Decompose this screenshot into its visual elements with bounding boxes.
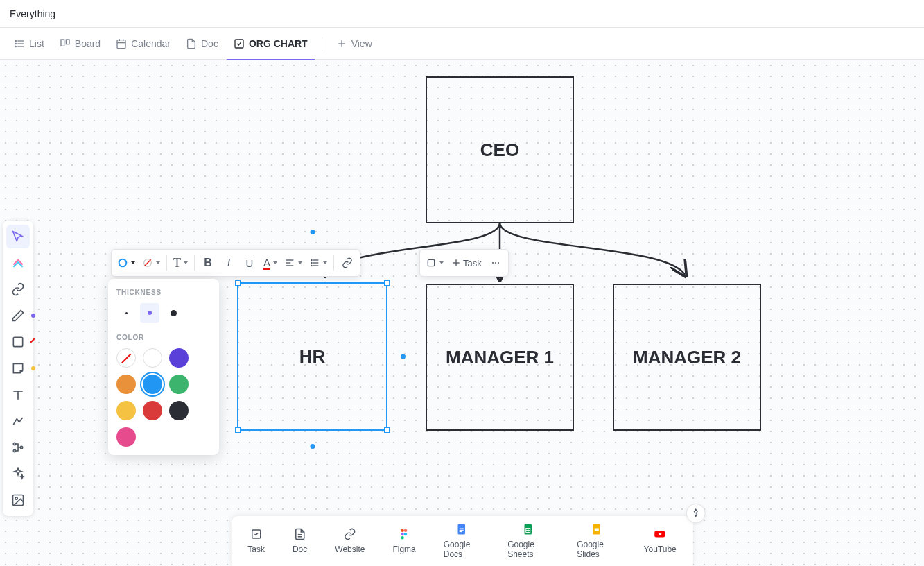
side-toolbox (3, 221, 33, 516)
svg-point-31 (311, 262, 312, 263)
thickness-medium[interactable] (140, 303, 159, 323)
calendar-icon (116, 38, 127, 49)
insert-gsheets[interactable]: Google Sheets (507, 523, 549, 559)
insert-gdocs[interactable]: Google Docs (444, 523, 480, 559)
square-outline-icon (426, 257, 437, 268)
color-picker-panel: THICKNESS COLOR (108, 279, 219, 455)
figma-icon (398, 528, 410, 540)
bullet-icon (309, 257, 320, 268)
border-color-btn[interactable] (114, 252, 138, 274)
insert-task[interactable]: Task (247, 528, 265, 554)
node-mgr1[interactable]: MANAGER 1 (426, 284, 574, 431)
align-btn[interactable] (281, 252, 305, 274)
board-icon (60, 38, 71, 49)
node-ceo[interactable]: CEO (426, 76, 574, 223)
gsheets-icon (522, 523, 534, 535)
more-btn[interactable] (486, 252, 505, 274)
svg-line-25 (144, 259, 150, 266)
color-red[interactable] (143, 401, 162, 420)
breadcrumb-text: Everything (10, 8, 55, 19)
whiteboard-canvas[interactable]: CEO HR MANAGER 1 MANAGER 2 T B I U A Tas… (0, 60, 924, 566)
color-blue[interactable] (143, 375, 162, 394)
link-icon (344, 528, 356, 540)
no-fill-icon (142, 257, 153, 268)
insert-gsheets-label: Google Sheets (507, 540, 549, 559)
tool-connector[interactable] (6, 409, 30, 433)
tab-add-view[interactable]: View (329, 28, 379, 60)
svg-point-47 (404, 533, 408, 536)
color-orange[interactable] (116, 375, 136, 394)
insert-youtube[interactable]: YouTube (644, 528, 677, 554)
svg-point-5 (15, 46, 16, 46)
svg-point-45 (404, 529, 408, 533)
svg-rect-15 (13, 337, 22, 346)
tool-clickup[interactable] (6, 251, 30, 275)
text-color-btn[interactable]: A (261, 252, 280, 274)
underline-btn[interactable]: U (240, 252, 259, 274)
tabs-separator (322, 37, 322, 51)
tab-orgchart[interactable]: ORG CHART (227, 28, 315, 60)
pen-icon (11, 309, 25, 323)
insert-figma[interactable]: Figma (392, 528, 415, 554)
tool-ai[interactable] (6, 462, 30, 486)
color-green[interactable] (169, 375, 189, 394)
tool-relations[interactable] (6, 436, 30, 459)
svg-point-19 (13, 449, 15, 452)
color-purple[interactable] (169, 348, 189, 368)
bullet-btn[interactable] (306, 252, 330, 274)
bold-btn[interactable]: B (198, 252, 218, 274)
tool-shape[interactable] (6, 330, 30, 354)
insert-website-label: Website (335, 544, 365, 554)
shape-type-btn[interactable] (423, 252, 446, 274)
pin-button[interactable] (686, 504, 706, 523)
link-btn[interactable] (338, 252, 357, 274)
tool-sticky[interactable] (6, 357, 30, 380)
tool-pen[interactable] (6, 304, 30, 327)
svg-point-48 (401, 536, 405, 540)
svg-rect-12 (235, 40, 243, 48)
svg-point-40 (498, 262, 499, 264)
fill-color-btn[interactable] (139, 252, 163, 274)
svg-point-4 (15, 43, 16, 44)
svg-rect-49 (458, 524, 466, 535)
insert-figma-label: Figma (392, 544, 415, 554)
tool-link[interactable] (6, 277, 30, 301)
tool-select[interactable] (6, 225, 30, 248)
tab-board[interactable]: Board (53, 28, 107, 60)
text-icon (11, 388, 25, 402)
svg-point-20 (20, 446, 22, 448)
tab-list[interactable]: List (7, 28, 51, 60)
breadcrumb[interactable]: Everything (0, 0, 924, 28)
gdocs-icon (455, 523, 468, 535)
insert-website[interactable]: Website (335, 528, 365, 554)
tab-doc[interactable]: Doc (179, 28, 225, 60)
thickness-thin[interactable] (116, 303, 136, 323)
task-icon (250, 528, 263, 540)
svg-rect-35 (428, 259, 434, 266)
doc-icon (294, 528, 306, 540)
clickup-icon (11, 256, 25, 270)
font-style-btn[interactable]: T (171, 252, 191, 274)
tab-calendar[interactable]: Calendar (109, 28, 177, 60)
tool-image[interactable] (6, 488, 30, 512)
tool-text[interactable] (6, 383, 30, 406)
node-mgr2[interactable]: MANAGER 2 (613, 284, 761, 431)
color-yellow[interactable] (116, 401, 136, 420)
color-label: COLOR (116, 334, 211, 341)
color-pink[interactable] (116, 427, 136, 447)
svg-rect-58 (594, 529, 598, 532)
link-icon (11, 282, 25, 296)
color-none[interactable] (116, 348, 136, 368)
svg-point-38 (492, 262, 494, 264)
node-hr[interactable]: HR (237, 282, 387, 431)
svg-point-29 (311, 259, 312, 260)
insert-doc[interactable]: Doc (293, 528, 307, 554)
color-black[interactable] (169, 401, 189, 420)
svg-point-46 (401, 533, 405, 536)
node-mgr1-label: MANAGER 1 (446, 347, 554, 368)
thickness-thick[interactable] (164, 303, 183, 323)
add-task-btn[interactable]: Task (448, 252, 485, 274)
color-white[interactable] (143, 348, 162, 368)
insert-gslides[interactable]: Google Slides (577, 523, 616, 559)
italic-btn[interactable]: I (219, 252, 238, 274)
